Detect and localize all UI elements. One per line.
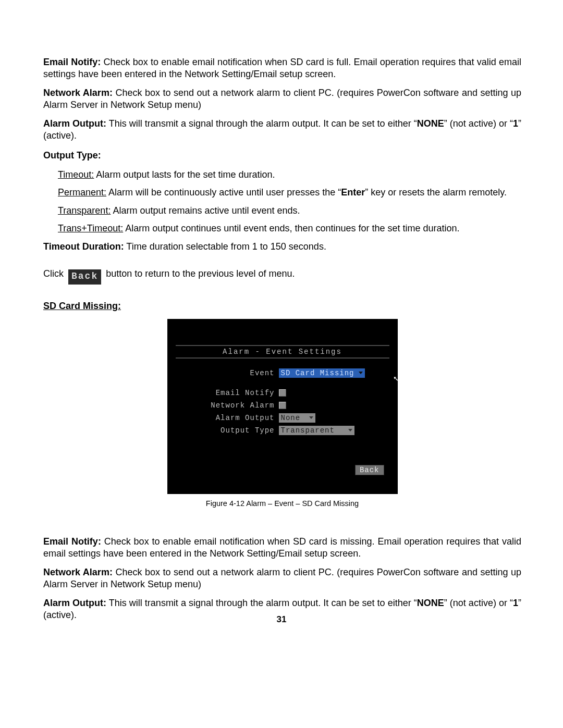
network-alarm-label: Network Alarm: [176, 401, 279, 410]
text: Alarm will be continuously active until …: [106, 187, 341, 198]
para-email-notify-1: Email Notify: Check box to enable email …: [43, 56, 521, 80]
email-notify-checkbox[interactable]: [279, 389, 286, 397]
email-notify-label: Email Notify: [176, 389, 279, 397]
row-alarm-output: Alarm Output None: [176, 413, 389, 423]
label: Permanent:: [58, 187, 106, 198]
label: Alarm Output:: [43, 598, 106, 608]
cursor-icon: ➚: [394, 374, 398, 384]
none-bold: NONE: [417, 118, 444, 129]
row-email-notify: Email Notify: [176, 388, 389, 398]
text: ” (not active) or “: [444, 118, 513, 129]
label: Email Notify:: [43, 57, 101, 67]
heading-output-type: Output Type:: [43, 150, 521, 162]
alarm-output-label: Alarm Output: [176, 414, 279, 422]
para-alarm-output-1: Alarm Output: This will transmit a signa…: [43, 118, 521, 141]
para-click-back: Click Back button to return to the previ…: [43, 268, 521, 285]
output-type-list: Timeout: Alarm output lasts for the set …: [43, 169, 521, 235]
text: Check box to send out a network alarm to…: [43, 567, 521, 589]
item-trans-timeout: Trans+Timeout: Alarm output continues un…: [58, 223, 521, 235]
screen-body: Event SD Card Missing Email Notify Netwo…: [176, 368, 389, 438]
heading-sd-card-missing: SD Card Missing:: [43, 300, 521, 312]
text: Time duration selectable from 1 to 150 s…: [124, 241, 326, 252]
item-permanent: Permanent: Alarm will be continuously ac…: [58, 187, 521, 199]
figure-caption: Figure 4-12 Alarm – Event – SD Card Miss…: [206, 499, 359, 508]
text: Check box to enable email notification w…: [43, 536, 521, 559]
back-button[interactable]: Back: [355, 465, 384, 475]
one-bold: 1: [513, 118, 518, 129]
row-network-alarm: Network Alarm: [176, 400, 389, 411]
output-type-select[interactable]: Transparent: [279, 426, 354, 435]
label: Trans+Timeout:: [58, 223, 123, 233]
item-timeout: Timeout: Alarm output lasts for the set …: [58, 169, 521, 181]
text: ” (not active) or “: [444, 598, 513, 608]
text: Check box to enable email notification w…: [43, 57, 521, 79]
text: Alarm output lasts for the set time dura…: [94, 169, 275, 180]
para-network-alarm-2: Network Alarm: Check box to send out a n…: [43, 566, 521, 590]
row-event: Event SD Card Missing: [176, 368, 389, 378]
text: This will transmit a signal through the …: [106, 118, 417, 129]
item-transparent: Transparent: Alarm output remains active…: [58, 205, 521, 217]
para-email-notify-2: Email Notify: Check box to enable email …: [43, 536, 521, 559]
one-bold: 1: [513, 598, 518, 608]
network-alarm-checkbox[interactable]: [279, 402, 286, 409]
device-screenshot: Alarm - Event Settings ➚ Event SD Card M…: [167, 319, 398, 494]
page-number: 31: [0, 614, 563, 625]
text: This will transmit a signal through the …: [106, 598, 417, 608]
label: Email Notify:: [43, 536, 101, 547]
label: Network Alarm:: [43, 88, 113, 98]
para-network-alarm-1: Network Alarm: Check box to send out a n…: [43, 87, 521, 110]
page: Email Notify: Check box to enable email …: [0, 0, 563, 728]
alarm-output-select[interactable]: None: [279, 413, 315, 423]
none-bold: NONE: [417, 598, 444, 608]
para-timeout-duration: Timeout Duration: Time duration selectab…: [43, 241, 521, 253]
label: Timeout Duration:: [43, 241, 124, 252]
label: Alarm Output:: [43, 118, 106, 129]
label: Transparent:: [58, 205, 111, 216]
label: Network Alarm:: [43, 567, 113, 577]
back-button-icon: Back: [68, 269, 101, 285]
text: Check box to send out a network alarm to…: [43, 88, 521, 110]
screen-title: Alarm - Event Settings: [176, 345, 389, 359]
event-select[interactable]: SD Card Missing: [279, 368, 365, 378]
enter-bold: Enter: [341, 187, 365, 198]
label: Timeout:: [58, 169, 94, 180]
gap: [176, 380, 389, 388]
text: Click: [43, 268, 66, 279]
text: Alarm output remains active until event …: [111, 205, 300, 216]
figure: Alarm - Event Settings ➚ Event SD Card M…: [43, 319, 521, 508]
output-type-label: Output Type: [176, 426, 279, 435]
row-output-type: Output Type Transparent: [176, 425, 389, 436]
text: Alarm output continues until event ends,…: [123, 223, 459, 233]
event-label: Event: [176, 369, 279, 377]
text: ” key or resets the alarm remotely.: [365, 187, 507, 198]
text: button to return to the previous level o…: [103, 268, 295, 279]
